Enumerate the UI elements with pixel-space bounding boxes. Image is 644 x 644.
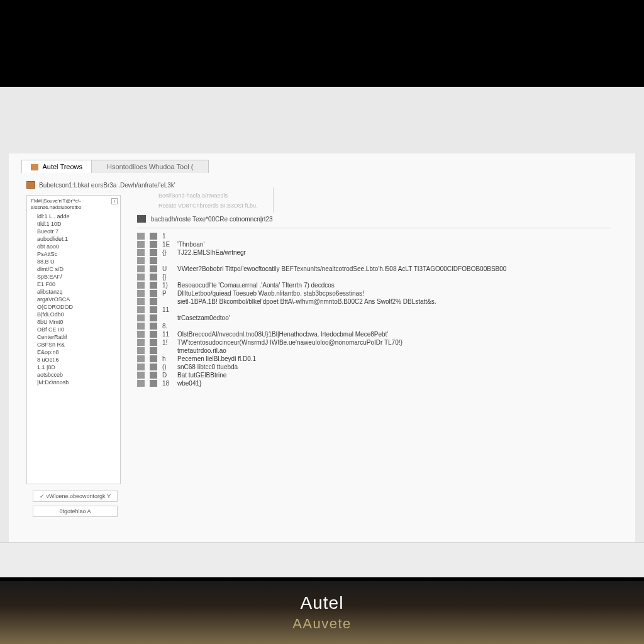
line-text: Bat tutGElBBtrine (177, 372, 611, 379)
tab-tree[interactable]: Autel Treows (21, 160, 92, 173)
option-checkbox[interactable]: ✓ vWloene.obeowontorgk Y (33, 491, 118, 502)
option-button[interactable]: 0tgotehlao A (33, 506, 118, 517)
code-row[interactable]: 1)Besoaocudl'te 'Comau.errnal .'Aonta' T… (133, 281, 611, 289)
section-heading: bacbadh/roste Texe*00CRe cotnomncn|rt23 (137, 215, 611, 223)
line-marker: {} (162, 249, 172, 256)
device-brand-strip: Autel AAuvete (0, 581, 644, 644)
tree-item[interactable]: CBFSn R& (31, 341, 116, 348)
code-row[interactable]: ()snC68 libtcc0 ttuebda (133, 363, 611, 371)
line-marker: h (162, 355, 172, 362)
code-row[interactable]: 18wbe041} (133, 379, 611, 387)
tree-items: ldl:1 L.. addettld:1 10DBueotr 7aubodlid… (31, 213, 116, 386)
tree-item[interactable]: 8bU Mmt0 (31, 318, 116, 326)
gutter-icon-2 (150, 306, 157, 313)
line-marker: 18 (162, 380, 172, 387)
gutter-icon-2 (150, 257, 157, 264)
code-row[interactable]: {} (133, 273, 611, 281)
tree-item[interactable]: B|fdLOdb0 (31, 311, 116, 318)
separator (137, 228, 611, 228)
line-marker: 1) (162, 282, 172, 289)
tree-item[interactable]: ldl:1 L.. adde (31, 213, 116, 220)
tree-item[interactable]: OBf CE II0 (31, 326, 116, 333)
gutter-icon (137, 265, 145, 272)
tree-item[interactable]: ttld:1 10D (31, 220, 116, 228)
tree-item[interactable]: 88.B U (31, 258, 116, 265)
code-row[interactable]: UVWteer?Bobobri Tittpo/'ewocftocatily BE… (133, 265, 611, 273)
gutter-icon-2 (150, 233, 157, 240)
gutter-icon (137, 372, 145, 379)
faint-line-b: Rceate VD8TCnbrcerds BI:B3DSt fLbu. (158, 203, 611, 209)
gutter-icon-2 (150, 282, 157, 289)
line-text: TJ22.EMLSIhEa/wrtnegr (177, 249, 611, 256)
gutter-icon-2 (150, 372, 157, 379)
gutter-icon-2 (150, 331, 157, 338)
tree-item[interactable]: E&op:n8 (31, 348, 116, 356)
code-row[interactable]: tmetautrdoo.ril.ao (133, 347, 611, 355)
gutter-icon (137, 331, 145, 338)
code-row[interactable] (133, 257, 611, 265)
tree-item[interactable]: O(CORODOD (31, 303, 116, 311)
gutter-icon (137, 282, 145, 289)
gutter-icon (137, 314, 145, 321)
gutter-icon-2 (150, 241, 157, 248)
gutter-icon (137, 241, 145, 248)
gutter-icon-2 (150, 364, 157, 370)
tree-item[interactable]: dlmt/C s/D (31, 265, 116, 273)
tree-item[interactable]: PsAttSc (31, 250, 116, 258)
code-row[interactable]: DBat tutGElBBtrine (133, 371, 611, 379)
section-icon (137, 215, 146, 223)
code-row[interactable]: sietl-1BPA.1B! Bkcombol/blkel'dpoet BttA… (133, 297, 611, 306)
breadcrumb: Bubetcson1:Lbkat eorsBr3a .Dewh/anfrate/… (26, 181, 175, 189)
gutter-icon (137, 249, 145, 256)
tree-item[interactable]: aubodlidet:1 (31, 235, 116, 243)
gutter-icon-2 (150, 290, 157, 297)
code-row[interactable]: trCasetzam0edtoo' (133, 314, 611, 322)
code-row[interactable]: PDllltuLetboo/quiead Toesueb Waob.nlitan… (133, 289, 611, 297)
line-text: Besoaocudl'te 'Comau.errnal .'Aonta' TIt… (177, 282, 611, 289)
line-text: 'Thnboan' (177, 241, 611, 248)
device-brand: Autel (301, 593, 344, 613)
code-row[interactable]: 1E'Thnboan' (133, 240, 611, 248)
gutter-icon-2 (150, 274, 157, 280)
tree-item[interactable]: aotsbcceb (31, 371, 116, 379)
code-row[interactable]: {}TJ22.EMLSIhEa/wrtnegr (133, 248, 611, 257)
tree-item[interactable]: Bueotr 7 (31, 228, 116, 235)
tree-item[interactable]: obt aoo0 (31, 243, 116, 250)
tree-item[interactable]: 8 uOet.6 (31, 356, 116, 364)
tree-item[interactable]: SpB:EAF/ (31, 273, 116, 280)
gutter-icon-2 (150, 347, 157, 354)
line-marker: 1 (162, 233, 172, 240)
expand-icon[interactable]: ‹ (111, 198, 118, 204)
gutter-icon (137, 233, 145, 240)
gutter-icon (137, 347, 145, 354)
tree-panel[interactable]: ‹ FM#I|Souve'n'T@r'*c\-a\ssnze.nadsiubor… (26, 195, 121, 484)
gutter-icon (137, 380, 145, 387)
code-row[interactable]: 11 (133, 306, 611, 314)
gutter-icon-2 (150, 380, 157, 387)
gutter-icon-2 (150, 339, 157, 346)
tab-tool[interactable]: Hsontodiloes Whudoa Tool ( (92, 160, 209, 173)
code-row[interactable]: 1!TW'tcentosudocinceur(WnsrmdJ IWIBe.ue'… (133, 338, 611, 347)
faint-line-a: Bonl/Bond-hacfa.a/rtwaedls (158, 192, 611, 199)
folder-open-icon (26, 181, 35, 189)
tree-item[interactable]: CenterRatlif (31, 333, 116, 341)
tree-item[interactable]: E1 F00 (31, 280, 116, 288)
code-rows: 11E'Thnboan'{}TJ22.EMLSIhEa/wrtnegrUVWte… (133, 232, 611, 387)
tree-item[interactable]: 1.1 |8D (31, 364, 116, 371)
line-marker: 1E (162, 241, 172, 248)
code-row[interactable]: 8. (133, 322, 611, 330)
line-marker: 8. (162, 323, 172, 330)
status-bar (0, 542, 644, 577)
gutter-icon-2 (150, 298, 157, 305)
tree-item[interactable]: alibstanzq (31, 288, 116, 296)
line-marker: 11 (162, 331, 172, 338)
tree-item[interactable]: argaVrOSCA (31, 296, 116, 303)
gutter-icon (137, 257, 145, 264)
code-row[interactable]: 1 (133, 232, 611, 240)
code-row[interactable]: hPecernen lielBl.beydi fl.D0.1 (133, 355, 611, 363)
device-subbrand: AAuvete (292, 616, 352, 632)
code-row[interactable]: 11OlstBreccodAl/nvecodnl.tno08U}1Bl|Hena… (133, 330, 611, 338)
tree-item[interactable]: |M:Dc\nnosb (31, 379, 116, 386)
line-text: OlstBreccodAl/nvecodnl.tno08U}1Bl|Henath… (177, 331, 611, 338)
line-marker: P (162, 290, 172, 297)
